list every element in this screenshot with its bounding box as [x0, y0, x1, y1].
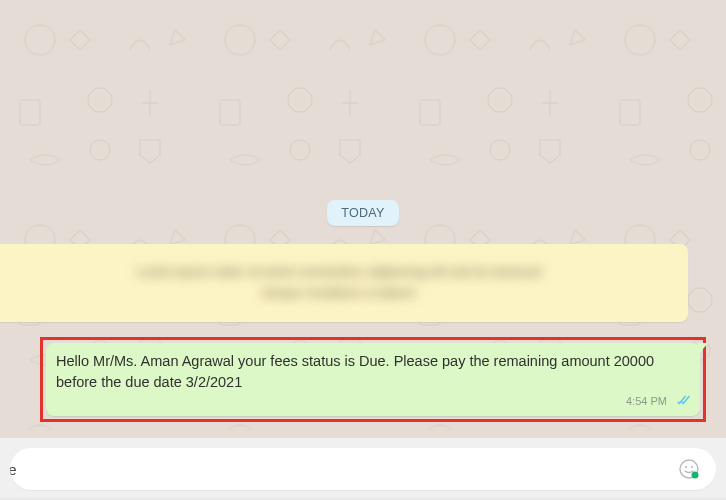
- date-divider: TODAY: [0, 200, 726, 226]
- message-text: Hello Mr/Ms. Aman Agrawal your fees stat…: [56, 351, 690, 393]
- composer-input-wrapper[interactable]: [10, 448, 716, 490]
- read-receipt-icon: [674, 395, 690, 408]
- svg-point-2: [691, 466, 693, 468]
- composer-bar: [0, 438, 726, 500]
- message-time: 4:54 PM: [626, 395, 667, 407]
- svg-point-3: [692, 472, 699, 479]
- date-badge: TODAY: [327, 200, 398, 226]
- svg-point-1: [685, 466, 687, 468]
- chat-content: TODAY Lorem ipsum dolor sit amet consect…: [0, 0, 726, 430]
- message-meta: 4:54 PM: [56, 395, 690, 409]
- highlight-annotation: Hello Mr/Ms. Aman Agrawal your fees stat…: [40, 337, 706, 423]
- message-input[interactable]: [10, 461, 670, 478]
- outgoing-message[interactable]: Hello Mr/Ms. Aman Agrawal your fees stat…: [46, 343, 700, 417]
- encryption-notice[interactable]: Lorem ipsum dolor sit amet consectetur a…: [0, 244, 688, 322]
- sticker-icon[interactable]: [678, 458, 700, 480]
- encryption-notice-text: Lorem ipsum dolor sit amet consectetur a…: [20, 262, 658, 304]
